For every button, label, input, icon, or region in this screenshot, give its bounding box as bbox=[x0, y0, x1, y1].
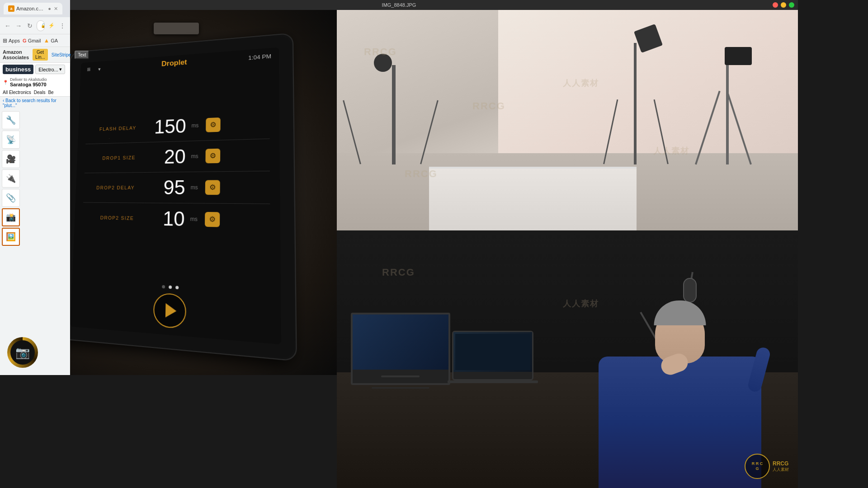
gear-icon: ⚙ bbox=[210, 120, 216, 129]
category-dropdown[interactable]: Electro... ▾ bbox=[35, 65, 65, 74]
ga-bookmark[interactable]: ▲ GA bbox=[43, 37, 58, 44]
category-nav: All Electronics Deals Be bbox=[0, 89, 70, 97]
gear-icon-4: ⚙ bbox=[209, 215, 216, 224]
rrcg-logo-text: R R C G bbox=[752, 461, 763, 471]
apps-bookmark[interactable]: ⊞ Apps bbox=[3, 38, 20, 44]
back-button[interactable]: ← bbox=[4, 21, 12, 31]
product-thumb-7[interactable]: 🖼️ bbox=[2, 228, 20, 246]
thumb-icon-6: 📸 bbox=[6, 212, 16, 222]
minimize-window-button[interactable] bbox=[781, 2, 786, 8]
laptop bbox=[452, 331, 533, 385]
be-link[interactable]: Be bbox=[48, 90, 53, 95]
drop2-delay-gear-button[interactable]: ⚙ bbox=[205, 180, 220, 195]
product-thumb-4[interactable]: 🔌 bbox=[2, 169, 20, 188]
product-thumb-2[interactable]: 📡 bbox=[2, 131, 20, 149]
drop2-delay-value: 95 bbox=[141, 177, 185, 197]
ipad-app-title: Droplet bbox=[161, 58, 187, 68]
forward-button[interactable]: → bbox=[14, 21, 23, 31]
close-tab-icon[interactable]: ✕ bbox=[54, 6, 58, 12]
page-dots bbox=[162, 285, 179, 289]
drop2-size-value: 10 bbox=[141, 208, 185, 229]
ipad-menu-icon[interactable]: ≡ bbox=[87, 66, 91, 73]
back-to-results-link[interactable]: ‹ Back to search results for "plut..." bbox=[0, 97, 70, 109]
play-button[interactable] bbox=[153, 292, 187, 329]
product-thumb-6[interactable]: 📸 bbox=[2, 208, 20, 226]
category-label: Electro... bbox=[38, 67, 58, 72]
play-arrow-icon bbox=[165, 303, 177, 318]
gmail-icon: G bbox=[23, 38, 27, 43]
person-silhouette bbox=[585, 249, 775, 488]
logo-circle: 📷 bbox=[7, 337, 38, 368]
ipad-bottom-controls bbox=[70, 273, 281, 344]
get-link-button[interactable]: Get Lin... bbox=[33, 49, 48, 61]
rrcg-label-text: RRCG bbox=[773, 460, 789, 467]
gear-icon-3: ⚙ bbox=[209, 183, 216, 192]
drop1-size-gear-button[interactable]: ⚙ bbox=[205, 148, 220, 163]
ipad-settings-list: FLASH DELAY 150 ms ⚙ DROP1 SIZE 20 ms ⚙ bbox=[72, 63, 281, 283]
product-thumb-1[interactable]: 🔧 bbox=[2, 111, 20, 129]
drop2-delay-row: DROP2 DELAY 95 ms ⚙ bbox=[83, 171, 270, 204]
amazon-favicon: a bbox=[8, 5, 14, 12]
img-filename: IMG_8848.JPG bbox=[382, 2, 416, 8]
rrcg-badge: R R C G RRCG 人人素材 bbox=[745, 454, 789, 479]
deals-link[interactable]: Deals bbox=[34, 90, 46, 95]
deliver-to-label: Deliver to Akalstudio bbox=[10, 77, 47, 82]
drop1-size-value: 20 bbox=[142, 146, 186, 167]
associates-label: Amazon Associates bbox=[3, 49, 29, 60]
thumb-icon-7: 🖼️ bbox=[6, 232, 16, 242]
site-stripe-label: SiteStripe bbox=[52, 52, 71, 57]
amazon-associates-bar: Amazon Associates Get Lin... SiteStripe … bbox=[0, 47, 70, 63]
top-object bbox=[154, 23, 199, 34]
flash-delay-row: FLASH DELAY 150 ms ⚙ bbox=[85, 107, 269, 144]
dot-3 bbox=[175, 286, 179, 289]
gear-icon-2: ⚙ bbox=[210, 151, 216, 160]
apps-label: Apps bbox=[9, 38, 20, 43]
product-thumb-5[interactable]: 📎 bbox=[2, 189, 20, 207]
nav-bar: ← → ↻ 🔒 https://www.amazon.com/s? ⚡ ⋮ bbox=[0, 17, 70, 34]
flash-delay-label: FLASH DELAY bbox=[86, 125, 143, 132]
rrcg-subtitle: 人人素材 bbox=[773, 467, 789, 473]
drop2-delay-label: DROP2 DELAY bbox=[84, 185, 142, 190]
reload-button[interactable]: ↻ bbox=[25, 21, 33, 31]
apps-icon: ⊞ bbox=[3, 38, 7, 44]
studio-background: RRCG RRCG RRCG 人人素材 人人素材 bbox=[337, 10, 798, 230]
drop2-size-unit: ms bbox=[190, 216, 199, 222]
ipad-device: ≡ Droplet 1:04 PM ▾ FLASH DELAY 150 ms ⚙ bbox=[57, 33, 297, 361]
thumb-icon-3: 🎥 bbox=[6, 154, 16, 164]
drop2-delay-unit: ms bbox=[191, 184, 200, 190]
maximize-window-button[interactable] bbox=[789, 2, 794, 8]
ga-icon: ▲ bbox=[43, 37, 49, 44]
delivery-city: Saratoga 95070 bbox=[10, 82, 47, 87]
bookmarks-bar: ⊞ Apps G Gmail ▲ GA bbox=[0, 34, 70, 47]
drop2-size-gear-button[interactable]: ⚙ bbox=[205, 211, 220, 227]
browser-sidebar: a Amazon.com : I ● ✕ ← → ↻ 🔒 https://www… bbox=[0, 0, 70, 375]
menu-button[interactable]: ⋮ bbox=[58, 21, 66, 31]
webcam-panel: RRCG RRCG 人人素材 R R C G RRCG 人人素材 bbox=[337, 230, 798, 488]
delivery-info: 📍 Deliver to Akalstudio Saratoga 95070 bbox=[0, 76, 70, 89]
thumb-icon-2: 📡 bbox=[6, 135, 16, 145]
flash-delay-unit: ms bbox=[191, 122, 200, 128]
drop2-size-label: DROP2 SIZE bbox=[83, 215, 141, 221]
close-window-button[interactable] bbox=[773, 2, 778, 8]
window-controls bbox=[773, 2, 794, 8]
product-thumb-3[interactable]: 🎥 bbox=[2, 150, 20, 168]
flash-delay-gear-button[interactable]: ⚙ bbox=[206, 117, 221, 132]
text-button[interactable]: Text bbox=[75, 51, 89, 59]
amazon-tab[interactable]: a Amazon.com : I ● ✕ bbox=[4, 3, 62, 14]
all-electronics-link[interactable]: All Electronics bbox=[3, 90, 31, 95]
address-bar[interactable]: 🔒 https://www.amazon.com/s? bbox=[37, 20, 45, 31]
rrcg-logo-circle: R R C G bbox=[745, 454, 770, 479]
drop1-size-label: DROP1 SIZE bbox=[85, 155, 142, 161]
product-thumbnail-list: 🔧 📡 🎥 🔌 📎 📸 🖼️ bbox=[0, 109, 70, 248]
extensions-button[interactable]: ⚡ bbox=[47, 21, 56, 31]
title-bar: IMG_8848.JPG bbox=[0, 0, 798, 10]
tab-bar: a Amazon.com : I ● ✕ bbox=[0, 0, 70, 17]
ipad-time: 1:04 PM bbox=[248, 52, 271, 61]
gmail-bookmark[interactable]: G Gmail bbox=[23, 38, 41, 43]
camera-logo: 📷 bbox=[7, 337, 38, 368]
amazon-header: business Electro... ▾ bbox=[0, 63, 70, 76]
flash-delay-value: 150 bbox=[143, 116, 186, 137]
thumb-icon-1: 🔧 bbox=[6, 115, 16, 125]
drop1-size-row: DROP1 SIZE 20 ms ⚙ bbox=[85, 139, 270, 173]
drop1-size-unit: ms bbox=[191, 153, 200, 159]
